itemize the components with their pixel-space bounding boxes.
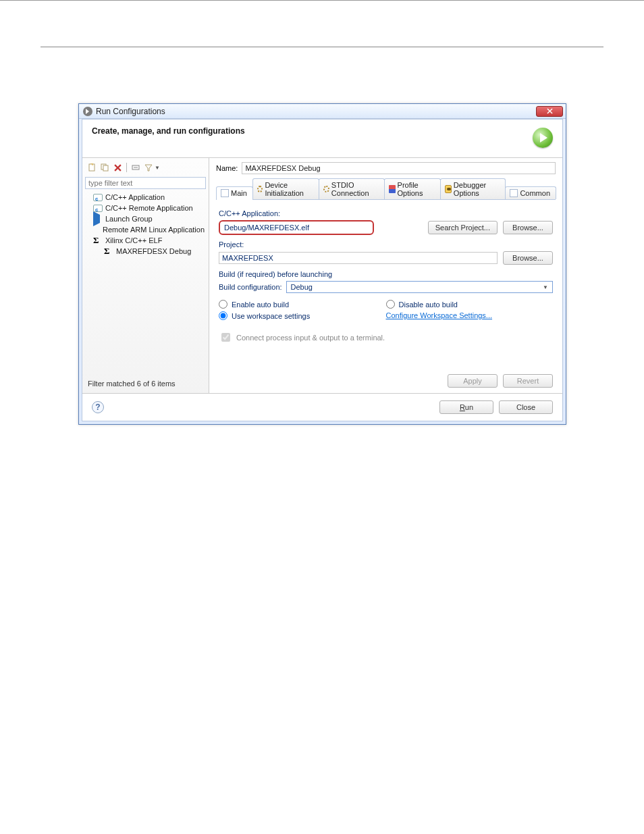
- build-config-value: Debug: [291, 283, 313, 291]
- enable-auto-build-radio[interactable]: Enable auto build: [219, 300, 386, 309]
- tab-device-initialization[interactable]: Device Initialization: [252, 178, 319, 199]
- build-section-label: Build (if required) before launching: [219, 270, 553, 278]
- project-input[interactable]: [219, 252, 498, 264]
- tree-item-maxrefdesx-debug[interactable]: Σ MAXREFDESX Debug: [86, 246, 206, 257]
- project-label: Project:: [219, 240, 553, 249]
- titlebar[interactable]: Run Configurations: [79, 104, 566, 119]
- tree-label: C/C++ Remote Application: [105, 204, 193, 212]
- browse-app-button[interactable]: Browse...: [503, 221, 553, 234]
- left-toolbar: ▼: [85, 161, 206, 176]
- connect-terminal-label: Connect process input & output to a term…: [236, 334, 385, 342]
- c-app-icon: [93, 205, 103, 212]
- tab-common[interactable]: Common: [505, 186, 556, 199]
- enable-auto-build-input[interactable]: [219, 300, 227, 309]
- page-top-divider: [41, 47, 603, 47]
- tree-item-c-app[interactable]: C/C++ Application: [86, 192, 206, 203]
- com-icon: [510, 189, 518, 197]
- launch-group-icon: [93, 211, 100, 226]
- tree-item-c-remote[interactable]: C/C++ Remote Application: [86, 203, 206, 213]
- build-config-select[interactable]: Debug ▼: [286, 281, 553, 293]
- toolbar-separator: [126, 163, 127, 172]
- duplicate-config-icon[interactable]: [99, 162, 110, 173]
- radio-label: Disable auto build: [399, 301, 458, 309]
- svg-rect-2: [103, 165, 108, 171]
- name-label: Name:: [216, 164, 238, 172]
- use-workspace-input[interactable]: [219, 311, 227, 320]
- c-app-icon: [93, 194, 103, 201]
- revert-button[interactable]: Revert: [503, 374, 553, 388]
- tab-label: Profile Options: [398, 181, 435, 197]
- conn-icon: [323, 186, 329, 192]
- delete-config-icon[interactable]: [112, 162, 123, 173]
- close-icon: [547, 108, 553, 114]
- tree-label: Launch Group: [105, 215, 153, 223]
- tree-label: C/C++ Application: [105, 193, 165, 201]
- tab-label: Debugger Options: [454, 181, 500, 197]
- tab-label: Device Initialization: [265, 181, 313, 197]
- tab-debugger-options[interactable]: Debugger Options: [440, 178, 506, 199]
- tabs: MainDevice InitializationSTDIO Connectio…: [216, 178, 556, 200]
- config-tree[interactable]: C/C++ Application C/C++ Remote Applicati…: [85, 192, 206, 257]
- help-button[interactable]: ?: [92, 401, 104, 413]
- radio-label: Enable auto build: [232, 301, 289, 309]
- doc-icon: [221, 189, 229, 197]
- configure-workspace-link[interactable]: Configure Workspace Settings...: [386, 311, 493, 319]
- radio-label: Use workspace settings: [232, 312, 310, 320]
- disable-auto-build-radio[interactable]: Disable auto build: [386, 300, 554, 309]
- cpp-app-label: C/C++ Application:: [219, 209, 553, 217]
- build-config-label: Build configuration:: [219, 283, 282, 291]
- sigma-icon: Σ: [93, 236, 103, 244]
- cpp-app-input[interactable]: [219, 220, 374, 235]
- svg-rect-0: [89, 164, 95, 171]
- tree-label: Remote ARM Linux Application: [103, 226, 205, 234]
- filter-icon[interactable]: [143, 162, 154, 173]
- left-pane: ▼ C/C++ Application C/C++ Remote Applica…: [82, 158, 209, 393]
- close-button[interactable]: Close: [499, 400, 553, 414]
- use-workspace-radio[interactable]: Use workspace settings: [219, 311, 386, 320]
- filter-status: Filter matched 6 of 6 items: [85, 375, 206, 389]
- window-title: Run Configurations: [96, 107, 165, 116]
- tree-label: Xilinx C/C++ ELF: [105, 236, 162, 244]
- collapse-all-icon[interactable]: [130, 162, 141, 173]
- prof-icon: [389, 185, 395, 193]
- tab-label: Common: [520, 189, 550, 197]
- disable-auto-build-input[interactable]: [386, 300, 395, 309]
- search-project-button[interactable]: Search Project...: [428, 221, 498, 234]
- name-input[interactable]: [242, 162, 556, 174]
- tree-item-arm-linux[interactable]: Remote ARM Linux Application: [86, 224, 206, 235]
- sigma-icon: Σ: [104, 247, 113, 255]
- right-pane: Name: MainDevice InitializationSTDIO Con…: [209, 158, 562, 393]
- tab-profile-options[interactable]: Profile Options: [384, 178, 441, 199]
- tab-main[interactable]: Main: [216, 186, 253, 200]
- tree-item-launch-group[interactable]: Launch Group: [86, 213, 206, 224]
- dialog-header: Create, manage, and run configurations: [82, 120, 562, 158]
- tab-label: Main: [231, 189, 247, 197]
- browse-project-button[interactable]: Browse...: [503, 251, 553, 265]
- new-config-icon[interactable]: [86, 162, 97, 173]
- tab-label: STDIO Connection: [331, 181, 379, 197]
- connect-terminal-checkbox: [221, 333, 230, 342]
- run-button[interactable]: Run: [439, 400, 493, 414]
- chevron-down-icon: ▼: [543, 284, 548, 290]
- dialog-subtitle: Create, manage, and run configurations: [92, 126, 533, 136]
- tree-item-xilinx-elf[interactable]: Σ Xilinx C/C++ ELF: [86, 235, 206, 246]
- window-close-button[interactable]: [536, 106, 563, 117]
- gear-icon: [257, 186, 263, 192]
- run-configurations-dialog: Run Configurations Create, manage, and r…: [78, 103, 566, 425]
- run-badge-icon: [533, 128, 553, 148]
- apply-button[interactable]: Apply: [448, 374, 498, 388]
- main-tab-panel: C/C++ Application: Search Project... Bro…: [216, 200, 556, 370]
- tree-label: MAXREFDESX Debug: [116, 247, 191, 255]
- run-button-rest: un: [465, 403, 473, 411]
- bug-icon: [445, 185, 452, 193]
- run-icon: [83, 107, 92, 116]
- filter-input[interactable]: [85, 177, 206, 189]
- tab-stdio-connection[interactable]: STDIO Connection: [319, 178, 385, 199]
- filter-dropdown-icon[interactable]: ▼: [155, 165, 160, 171]
